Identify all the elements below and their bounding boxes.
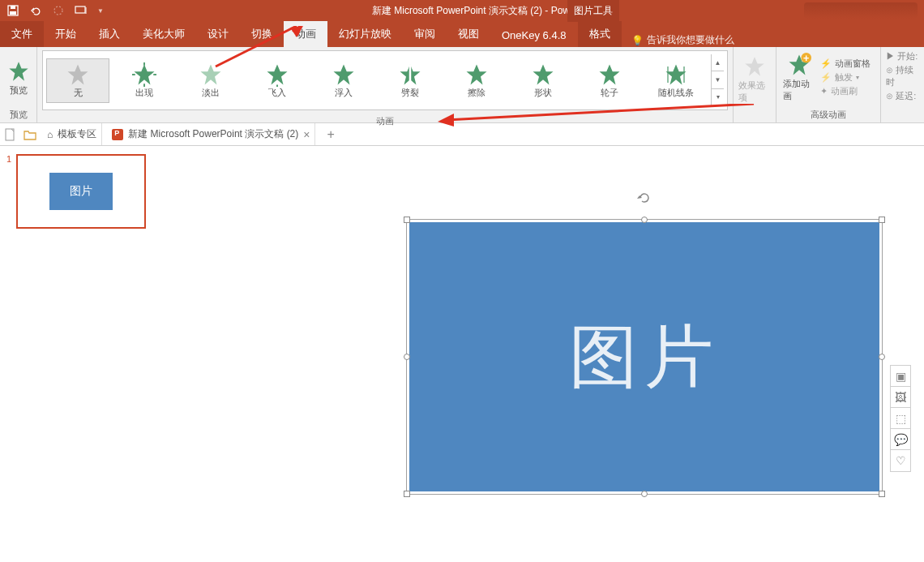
save-icon[interactable] <box>6 4 19 17</box>
close-tab-icon[interactable]: × <box>303 128 310 141</box>
gallery-scroll[interactable]: ▲▼▾ <box>711 54 724 106</box>
svg-marker-23 <box>600 64 620 84</box>
new-document-icon[interactable] <box>3 127 18 142</box>
timing-start[interactable]: ▶ 开始: <box>886 50 919 62</box>
effect-options-button: 效果选项 <box>738 54 771 104</box>
annotation-arrow-icon <box>405 104 762 128</box>
title-bar: ▼ 新建 Microsoft PowerPoint 演示文稿 (2) - Pow… <box>0 0 924 21</box>
add-tab-icon[interactable]: + <box>320 127 340 142</box>
picture-icon[interactable]: 🖼 <box>891 387 910 408</box>
anim-appear[interactable]: 出现 <box>113 59 176 102</box>
thumbnail-panel: 1 图片 <box>0 146 160 562</box>
tab-review[interactable]: 审阅 <box>403 21 447 47</box>
group-advanced-animation: + 添加动画 ⚡动画窗格 ⚡触发▾ ✦动画刷 高级动画 <box>776 47 881 122</box>
redo-icon[interactable] <box>52 4 65 17</box>
resize-handle[interactable] <box>404 217 410 223</box>
add-animation-icon: + <box>786 52 812 78</box>
preview-star-icon <box>6 58 32 84</box>
favorite-icon[interactable]: ♡ <box>891 450 910 471</box>
add-animation-button[interactable]: + 添加动画 <box>783 52 815 102</box>
anim-shape[interactable]: 形状 <box>511 59 575 102</box>
svg-marker-9 <box>68 64 88 84</box>
layout-options-icon[interactable]: ▣ <box>891 366 910 387</box>
tab-format[interactable]: 格式 <box>578 21 622 47</box>
crop-icon[interactable]: ⬚ <box>891 408 910 429</box>
lightbulb-icon: 💡 <box>631 35 644 46</box>
resize-handle[interactable] <box>879 217 885 223</box>
anim-split[interactable]: 劈裂 <box>379 59 442 102</box>
svg-line-31 <box>446 104 754 120</box>
undo-icon[interactable] <box>29 4 42 17</box>
svg-text:+: + <box>803 53 809 64</box>
group-timing: ▶ 开始: ⊙ 持续时 ⊙ 延迟: <box>881 47 924 122</box>
side-toolbox: ▣ 🖼 ⬚ 💬 ♡ <box>890 365 911 472</box>
timing-duration[interactable]: ⊙ 持续时 <box>886 64 919 88</box>
trigger-button[interactable]: ⚡触发▾ <box>820 71 871 84</box>
resize-handle[interactable] <box>879 491 885 497</box>
tell-me-box[interactable]: 💡 告诉我你想要做什么 <box>622 33 744 47</box>
ribbon: 预览 预览 无 出现 淡出 飞入 浮入 劈裂 擦除 形状 轮子 随机线条 ▲▼▾… <box>0 47 924 123</box>
qat-dropdown-icon[interactable]: ▼ <box>97 7 104 15</box>
shape-text: 图片 <box>569 311 720 404</box>
tab-insert[interactable]: 插入 <box>88 21 131 47</box>
svg-marker-22 <box>533 64 554 84</box>
powerpoint-file-icon <box>112 129 123 140</box>
slideshow-icon[interactable] <box>75 4 88 17</box>
resize-handle[interactable] <box>879 354 885 360</box>
tab-home[interactable]: 开始 <box>44 21 88 47</box>
animation-gallery[interactable]: 无 出现 淡出 飞入 浮入 劈裂 擦除 形状 轮子 随机线条 ▲▼▾ <box>42 50 728 110</box>
trigger-icon: ⚡ <box>820 72 832 83</box>
selected-shape[interactable]: 图片 <box>406 219 883 495</box>
svg-rect-2 <box>11 6 15 9</box>
open-folder-icon[interactable] <box>23 127 37 142</box>
effect-options-icon <box>742 54 768 79</box>
svg-marker-7 <box>290 26 303 37</box>
svg-marker-21 <box>467 64 487 84</box>
tab-slideshow[interactable]: 幻灯片放映 <box>327 21 403 47</box>
anim-random[interactable]: 随机线条 <box>644 59 708 102</box>
slide-number: 1 <box>6 154 11 229</box>
tell-me-text: 告诉我你想要做什么 <box>647 33 734 47</box>
anim-float[interactable]: 浮入 <box>312 59 375 102</box>
tab-onekey[interactable]: OneKey 6.4.8 <box>490 24 578 47</box>
tab-beautify[interactable]: 美化大师 <box>131 21 196 47</box>
slide-thumbnail[interactable]: 图片 <box>16 154 146 229</box>
home-icon: ⌂ <box>47 129 53 140</box>
preview-label: 预览 <box>10 84 28 97</box>
preview-button[interactable]: 预览 <box>5 58 32 97</box>
anim-wipe[interactable]: 擦除 <box>445 59 508 102</box>
svg-marker-8 <box>9 62 28 80</box>
svg-rect-1 <box>10 11 16 15</box>
painter-icon: ✦ <box>820 86 828 97</box>
anim-none[interactable]: 无 <box>46 58 109 103</box>
animation-painter-button[interactable]: ✦动画刷 <box>820 85 871 97</box>
svg-marker-32 <box>438 114 454 127</box>
svg-marker-17 <box>334 64 354 84</box>
annotation-arrow-icon <box>207 26 305 75</box>
anim-wheel[interactable]: 轮子 <box>578 59 641 102</box>
window-title: 新建 Microsoft PowerPoint 演示文稿 (2) - Power… <box>104 4 804 18</box>
comment-icon[interactable]: 💬 <box>891 429 910 450</box>
timing-delay[interactable]: ⊙ 延迟: <box>886 90 919 102</box>
group-preview-label: 预览 <box>0 107 36 122</box>
resize-handle[interactable] <box>641 491 648 497</box>
slide-canvas[interactable]: 图片 ▣ 🖼 ⬚ 💬 ♡ <box>160 146 924 562</box>
animation-pane-button[interactable]: ⚡动画窗格 <box>820 58 871 70</box>
svg-marker-27 <box>745 57 764 75</box>
svg-rect-4 <box>75 6 85 13</box>
file-tab[interactable]: 文件 <box>0 21 44 47</box>
svg-marker-10 <box>135 64 155 84</box>
rotate-handle-icon[interactable] <box>637 191 652 205</box>
group-preview: 预览 预览 <box>0 47 37 122</box>
effect-options-label: 效果选项 <box>738 79 771 104</box>
tab-view[interactable]: 视图 <box>447 21 490 47</box>
resize-handle[interactable] <box>404 354 410 360</box>
group-advanced-label: 高级动画 <box>776 107 880 122</box>
templates-label: 模板专区 <box>58 127 96 141</box>
resize-handle[interactable] <box>641 217 648 223</box>
slide: 图片 <box>186 162 899 562</box>
resize-handle[interactable] <box>404 491 410 497</box>
ribbon-tab-rail: 图片工具 文件 开始 插入 美化大师 设计 切换 动画 幻灯片放映 审阅 视图 … <box>0 21 924 47</box>
svg-marker-24 <box>666 64 687 84</box>
account-area <box>804 2 918 19</box>
